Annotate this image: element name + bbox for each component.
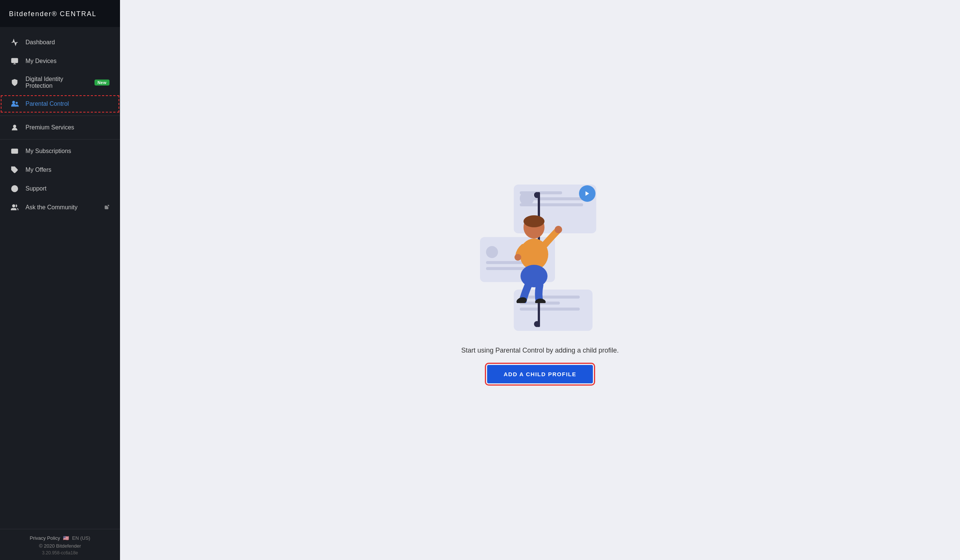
sidebar-footer: Privacy Policy 🇺🇸 EN (US) © 2020 Bitdefe… bbox=[0, 529, 120, 560]
external-link-icon bbox=[104, 205, 109, 211]
user-circle-icon bbox=[11, 123, 19, 132]
main-description: Start using Parental Control by adding a… bbox=[461, 347, 619, 354]
sidebar-item-premium-services[interactable]: Premium Services bbox=[0, 118, 120, 137]
logo: Bitdefender® CENTRAL bbox=[9, 10, 96, 18]
sidebar-item-label: My Devices bbox=[26, 58, 57, 64]
play-button bbox=[579, 185, 595, 202]
logo-title: Bitdefender bbox=[9, 10, 52, 18]
parental-illustration bbox=[476, 177, 604, 334]
svg-point-15 bbox=[12, 205, 15, 207]
svg-point-21 bbox=[555, 226, 562, 233]
wallet-icon bbox=[11, 147, 19, 155]
nav-divider bbox=[0, 115, 120, 116]
sidebar-item-my-devices[interactable]: My Devices bbox=[0, 52, 120, 70]
activity-icon bbox=[11, 38, 19, 46]
nav-items: Dashboard My Devices Digital Identity Pr… bbox=[0, 27, 120, 529]
add-child-profile-button[interactable]: ADD A CHILD PROFILE bbox=[487, 365, 593, 383]
svg-rect-6 bbox=[12, 149, 18, 154]
new-badge: New bbox=[94, 80, 109, 85]
locale-label: EN (US) bbox=[72, 535, 90, 541]
svg-point-5 bbox=[13, 125, 16, 128]
version: 3.20.958-cc6a18e bbox=[9, 550, 111, 555]
sidebar-item-digital-identity[interactable]: Digital Identity Protection New bbox=[0, 70, 120, 94]
sidebar-header: Bitdefender® CENTRAL bbox=[0, 0, 120, 27]
svg-point-23 bbox=[520, 265, 547, 287]
sidebar-item-my-offers[interactable]: My Offers bbox=[0, 160, 120, 179]
sidebar-item-my-subscriptions[interactable]: My Subscriptions bbox=[0, 142, 120, 160]
nav-divider-2 bbox=[0, 139, 120, 139]
sidebar-item-label: My Subscriptions bbox=[26, 148, 71, 155]
tag-icon bbox=[11, 166, 19, 174]
community-icon bbox=[11, 203, 19, 211]
copyright: © 2020 Bitdefender bbox=[9, 543, 111, 549]
main-content: Start using Parental Control by adding a… bbox=[120, 0, 960, 560]
svg-rect-0 bbox=[12, 59, 18, 63]
shield-icon bbox=[11, 78, 19, 86]
sidebar-item-label: Ask the Community bbox=[26, 204, 78, 211]
sidebar-item-ask-community[interactable]: Ask the Community bbox=[0, 198, 120, 217]
illus-circle-top bbox=[520, 191, 534, 206]
logo-subtitle: CENTRAL bbox=[60, 10, 96, 18]
svg-point-3 bbox=[13, 101, 15, 104]
sidebar-item-parental-control[interactable]: Parental Control bbox=[0, 94, 120, 113]
child-figure bbox=[504, 213, 564, 304]
support-icon bbox=[11, 184, 19, 193]
illus-dot-bottom bbox=[534, 321, 540, 327]
svg-point-19 bbox=[523, 215, 544, 227]
svg-point-4 bbox=[16, 102, 18, 104]
sidebar-item-label: Dashboard bbox=[26, 39, 55, 46]
sidebar-item-label: Premium Services bbox=[26, 124, 74, 131]
svg-marker-17 bbox=[586, 191, 589, 196]
sidebar: Bitdefender® CENTRAL Dashboard My Device… bbox=[0, 0, 120, 560]
sidebar-item-label: Digital Identity Protection bbox=[26, 76, 86, 89]
locale-flag: 🇺🇸 bbox=[63, 535, 69, 541]
panel-line bbox=[520, 307, 580, 310]
privacy-policy-link[interactable]: Privacy Policy bbox=[30, 535, 60, 541]
svg-point-10 bbox=[13, 187, 16, 190]
monitor-icon bbox=[11, 57, 19, 65]
illus-dot-top bbox=[534, 192, 540, 198]
family-icon bbox=[11, 100, 19, 108]
sidebar-item-support[interactable]: Support bbox=[0, 179, 120, 198]
svg-point-22 bbox=[515, 254, 521, 261]
sidebar-item-label: Parental Control bbox=[26, 101, 69, 107]
sidebar-item-label: Support bbox=[26, 185, 46, 192]
sidebar-item-dashboard[interactable]: Dashboard bbox=[0, 33, 120, 52]
illus-circle-mid bbox=[486, 246, 498, 258]
sidebar-item-label: My Offers bbox=[26, 166, 51, 173]
